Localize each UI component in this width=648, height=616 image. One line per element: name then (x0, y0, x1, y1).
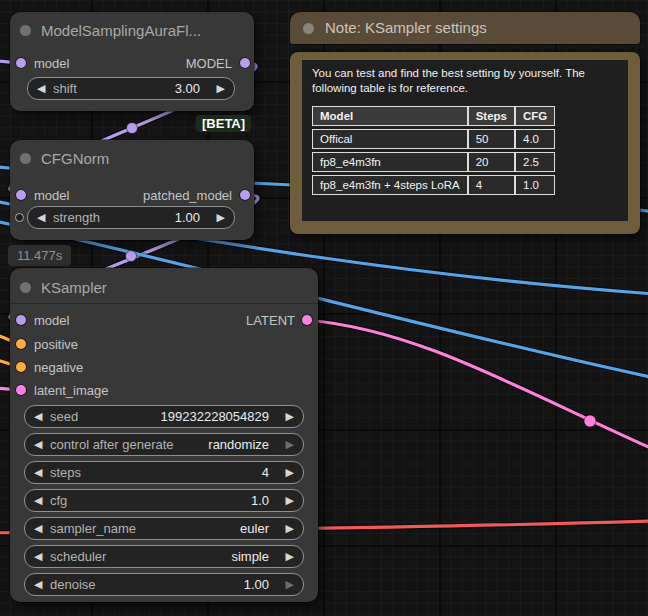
cell-cfg: 4.0 (515, 129, 555, 149)
increment-arrow-icon[interactable]: ▶ (286, 437, 294, 452)
input-slot-positive[interactable] (16, 339, 26, 349)
table-row: fp8_e4m3fn 20 2.5 (312, 152, 555, 172)
decrement-arrow-icon[interactable]: ◀ (34, 577, 42, 592)
input-label-model: model (34, 313, 69, 328)
output-slot-latent[interactable] (302, 315, 312, 325)
node-ksampler[interactable]: KSampler model positive negative latent_… (10, 268, 318, 602)
decrement-arrow-icon[interactable]: ◀ (34, 493, 42, 508)
widget-strength[interactable]: ◀ strength 1.00 ▶ (27, 206, 235, 229)
table-header-steps: Steps (468, 106, 515, 126)
increment-arrow-icon[interactable]: ▶ (217, 210, 225, 225)
widget-label: seed (50, 409, 78, 425)
widget-scheduler[interactable]: ◀ scheduler simple ▶ (24, 545, 304, 568)
note-node-body[interactable]: You can test and find the best setting b… (290, 52, 640, 234)
decrement-arrow-icon[interactable]: ◀ (34, 549, 42, 564)
input-slot-latent-image[interactable] (16, 385, 26, 395)
increment-arrow-icon[interactable]: ▶ (286, 577, 294, 592)
widget-control-after-generate[interactable]: ◀ control after generate randomize ▶ (24, 433, 304, 456)
cell-steps: 50 (468, 129, 515, 149)
strength-input-socket[interactable] (15, 213, 24, 222)
input-label-negative: negative (34, 360, 83, 375)
input-slot-model[interactable] (16, 315, 26, 325)
node-model-sampling-aura-flow[interactable]: ModelSamplingAuraFl... model MODEL ◀ shi… (10, 12, 254, 111)
widget-sampler-name[interactable]: ◀ sampler_name euler ▶ (24, 517, 304, 540)
note-content: You can test and find the best setting b… (302, 60, 628, 221)
widget-denoise[interactable]: ◀ denoise 1.00 ▶ (24, 573, 304, 596)
table-row: fp8_e4m3fn + 4steps LoRA 4 1.0 (312, 175, 555, 195)
cell-steps: 4 (468, 175, 515, 195)
widget-label: control after generate (50, 437, 174, 453)
widget-label: strength (53, 210, 100, 226)
node-cfgnorm[interactable]: CFGNorm model patched_model ◀ strength 1… (10, 140, 254, 240)
widget-value[interactable]: 3.00 (175, 81, 200, 97)
input-label-model: model (34, 56, 69, 71)
increment-arrow-icon[interactable]: ▶ (286, 521, 294, 536)
note-node-header[interactable]: Note: KSampler settings (290, 12, 640, 44)
widget-value[interactable]: 1.00 (244, 577, 269, 593)
widget-value[interactable]: euler (240, 521, 269, 537)
widget-shift[interactable]: ◀ shift 3.00 ▶ (27, 77, 235, 100)
input-slot-negative[interactable] (16, 362, 26, 372)
cell-cfg: 2.5 (515, 152, 555, 172)
output-slot-model[interactable] (240, 58, 250, 68)
output-label-patched-model: patched_model (143, 188, 232, 203)
node-title: KSampler (41, 279, 107, 296)
widget-value[interactable]: 1.00 (175, 210, 200, 226)
beta-badge: [BETA] (196, 115, 251, 132)
increment-arrow-icon[interactable]: ▶ (286, 465, 294, 480)
table-row: Offical 50 4.0 (312, 129, 555, 149)
widget-value[interactable]: randomize (208, 437, 269, 453)
widget-seed[interactable]: ◀ seed 199232228054829 ▶ (24, 405, 304, 428)
note-reference-table: Model Steps CFG Offical 50 4.0 fp8_e4m3f… (312, 103, 555, 198)
table-header-row: Model Steps CFG (312, 106, 555, 126)
increment-arrow-icon[interactable]: ▶ (217, 81, 225, 96)
input-label-latent-image: latent_image (34, 383, 108, 398)
cell-model: Offical (312, 129, 468, 149)
widget-steps[interactable]: ◀ steps 4 ▶ (24, 461, 304, 484)
link-dot-model (127, 123, 138, 134)
widget-value[interactable]: 4 (262, 465, 269, 481)
widget-label: cfg (50, 493, 67, 509)
link-dot-latent (584, 415, 596, 427)
node-graph-canvas[interactable]: ModelSamplingAuraFl... model MODEL ◀ shi… (0, 0, 648, 616)
cell-model: fp8_e4m3fn + 4steps LoRA (312, 175, 468, 195)
widget-value[interactable]: 1.0 (251, 493, 269, 509)
execution-time-badge: 11.477s (8, 245, 71, 266)
increment-arrow-icon[interactable]: ▶ (286, 549, 294, 564)
decrement-arrow-icon[interactable]: ◀ (34, 465, 42, 480)
table-header-cfg: CFG (515, 106, 555, 126)
widget-cfg[interactable]: ◀ cfg 1.0 ▶ (24, 489, 304, 512)
cell-cfg: 1.0 (515, 175, 555, 195)
note-paragraph: You can test and find the best setting b… (312, 66, 618, 96)
decrement-arrow-icon[interactable]: ◀ (34, 521, 42, 536)
output-slot-patched-model[interactable] (240, 190, 250, 200)
widget-value[interactable]: simple (231, 549, 269, 565)
widget-label: steps (50, 465, 81, 481)
decrement-arrow-icon[interactable]: ◀ (34, 409, 42, 424)
widget-label: denoise (50, 577, 96, 593)
note-title: Note: KSampler settings (325, 19, 487, 36)
input-label-model: model (34, 188, 69, 203)
increment-arrow-icon[interactable]: ▶ (286, 493, 294, 508)
decrement-arrow-icon[interactable]: ◀ (37, 81, 45, 96)
collapse-dot[interactable] (20, 282, 31, 293)
link-dot-patched-model (126, 251, 137, 262)
decrement-arrow-icon[interactable]: ◀ (34, 437, 42, 452)
collapse-dot[interactable] (20, 153, 31, 164)
output-label-latent: LATENT (246, 313, 295, 328)
widget-label: shift (53, 81, 77, 97)
increment-arrow-icon[interactable]: ▶ (286, 409, 294, 424)
cell-steps: 20 (468, 152, 515, 172)
widget-value[interactable]: 199232228054829 (161, 409, 269, 425)
output-label-model: MODEL (186, 56, 232, 71)
input-label-positive: positive (34, 337, 78, 352)
node-title: CFGNorm (41, 150, 109, 167)
node-title: ModelSamplingAuraFl... (41, 22, 201, 39)
widget-label: scheduler (50, 549, 106, 565)
input-slot-model[interactable] (16, 58, 26, 68)
decrement-arrow-icon[interactable]: ◀ (37, 210, 45, 225)
input-slot-model[interactable] (16, 190, 26, 200)
collapse-dot[interactable] (303, 23, 314, 34)
widget-label: sampler_name (50, 521, 136, 537)
collapse-dot[interactable] (20, 25, 31, 36)
